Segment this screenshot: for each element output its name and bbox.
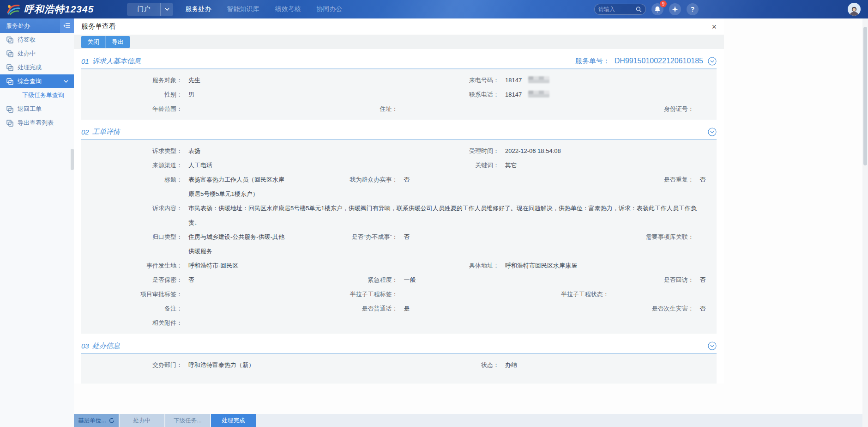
field-label: 是否保密：: [82, 273, 188, 287]
field-label: 住址：: [297, 102, 404, 116]
user-avatar[interactable]: [848, 3, 861, 16]
search-icon[interactable]: [636, 6, 642, 12]
avatar-person-icon: [849, 6, 860, 16]
search-input[interactable]: [598, 6, 636, 12]
nav-item-service[interactable]: 服务处办: [185, 5, 211, 13]
field-unfinished-project-status: 半拉子工程状态：: [509, 287, 716, 301]
field-row: 项目审批标签： 半拉子工程标签： 半拉子工程状态：: [81, 287, 717, 301]
task-icon: [6, 37, 13, 43]
field-row: 归口类型： 住房与城乡建设-公共服务-供暖-其他供暖服务 是否“办不成事”： 否…: [81, 230, 717, 258]
field-row: 性别： 男 联系电话： 18147: [81, 87, 717, 102]
chevron-down-icon[interactable]: [160, 3, 173, 16]
field-label: 身份证号：: [509, 102, 700, 116]
field-row: 诉求内容： 市民表扬：供暖地址：回民区水岸康居5号楼5单元1楼东户，供暖阀门有异…: [81, 201, 717, 230]
sidebar-title: 服务处办: [0, 22, 60, 30]
field-caller-number: 来电号码： 18147: [399, 73, 716, 87]
section-number: 02: [81, 128, 89, 136]
sidebar-item-label: 下级任务单查询: [22, 91, 64, 99]
field-block: 交办部门： 呼和浩特富泰热力（新） 状态： 办结: [81, 354, 717, 384]
close-icon[interactable]: ×: [711, 23, 717, 31]
task-icon: [6, 64, 13, 71]
sidebar-item-label: 处办中: [18, 49, 36, 58]
field-row: 是否保密： 否 紧急程度： 一般 是否回访： 否: [81, 273, 717, 287]
sidebar-item-completed[interactable]: 处理完成: [0, 61, 74, 74]
sidebar-item-label: 待签收: [18, 36, 36, 44]
tab-sub-task[interactable]: 下级任务...: [165, 414, 210, 427]
field-value: 市民表扬：供暖地址：回民区水岸康居5号楼5单元1楼东户，供暖阀门有异响，联系供暖…: [188, 201, 716, 230]
field-label: 标题：: [82, 172, 188, 187]
field-label: 诉求类型：: [82, 144, 188, 158]
field-row: 标题： 表扬富泰热力工作人员（回民区水岸康居5号楼5单元1楼东户） 我为群众办实…: [81, 172, 717, 201]
sidebar-item-label: 处理完成: [18, 63, 42, 72]
field-contact-phone: 联系电话： 18147: [399, 87, 716, 102]
sidebar-item-export-list[interactable]: 导出查看列表: [0, 116, 74, 130]
field-label: 是否“办不成事”：: [297, 230, 404, 244]
field-confidential: 是否保密： 否: [82, 273, 297, 287]
field-label: 是否普通话：: [297, 301, 404, 316]
field-label: 归口类型：: [82, 230, 188, 244]
section-collapse-icon[interactable]: [708, 342, 717, 350]
export-button[interactable]: 导出: [105, 36, 130, 48]
search-box[interactable]: [594, 4, 646, 15]
field-row: 来源渠道： 人工电话 关键词： 其它: [81, 158, 717, 172]
field-title: 标题： 表扬富泰热力工作人员（回民区水岸康居5号楼5单元1楼东户）: [82, 172, 297, 201]
section-collapse-icon[interactable]: [708, 128, 717, 136]
tab-in-progress[interactable]: 处办中: [120, 414, 164, 427]
form-content: 01 诉求人基本信息 服务单号： DH9915010022120610185: [74, 49, 724, 384]
sidebar-item-pending-sign[interactable]: 待签收: [0, 33, 74, 47]
field-category: 归口类型： 住房与城乡建设-公共服务-供暖-其他供暖服务: [82, 230, 297, 258]
refresh-icon[interactable]: [109, 418, 115, 423]
nav-item-knowledge[interactable]: 智能知识库: [227, 5, 259, 13]
vertical-scrollbar[interactable]: [862, 18, 868, 427]
sidebar-header: 服务处办: [0, 18, 74, 33]
sidebar-item-returned-orders[interactable]: 退回工单: [0, 102, 74, 116]
collapse-sidebar-icon[interactable]: [60, 18, 74, 33]
sidebar-item-label: 导出查看列表: [18, 119, 54, 127]
field-value: 否: [404, 172, 508, 187]
logo-text: 呼和浩特12345: [24, 3, 94, 16]
field-attachments: 相关附件：: [82, 316, 716, 330]
sidebar-item-in-progress[interactable]: 处办中: [0, 47, 74, 61]
app-logo: 呼和浩特12345: [0, 3, 94, 16]
scrollbar-thumb[interactable]: [863, 27, 867, 165]
field-block: 诉求类型： 表扬 受理时间： 2022-12-06 18:54:08 来源渠道：: [81, 140, 717, 334]
field-label: 具体地址：: [399, 258, 505, 273]
compass-button[interactable]: [669, 3, 681, 15]
field-label: 来源渠道：: [82, 158, 188, 172]
field-label: 性别：: [82, 87, 188, 102]
field-label: 是否回访：: [509, 273, 700, 287]
field-value: 18147: [505, 87, 716, 102]
nav-item-performance[interactable]: 绩效考核: [275, 5, 301, 13]
field-urgency: 紧急程度： 一般: [297, 273, 508, 287]
sidebar-item-sub-task-query[interactable]: 下级任务单查询: [0, 88, 74, 102]
tab-completed[interactable]: 处理完成: [211, 414, 256, 427]
sidebar-item-comprehensive-query[interactable]: 综合查询: [0, 74, 74, 88]
portal-button[interactable]: 门户: [127, 3, 173, 16]
close-button[interactable]: 关闭: [81, 36, 105, 48]
section-header: 02 工单详情: [81, 120, 717, 139]
section-collapse-icon[interactable]: [708, 57, 717, 66]
field-row: 服务对象： 先生 来电号码： 18147: [81, 73, 717, 87]
help-button[interactable]: ?: [687, 3, 699, 15]
field-remark: 备注：: [82, 301, 297, 316]
section-header: 03 处办信息: [81, 334, 717, 353]
field-label: 半拉子工程标签：: [297, 287, 404, 301]
field-for-masses: 我为群众办实事： 否: [297, 172, 508, 201]
topbar: 呼和浩特12345 门户 服务处办 智能知识库 绩效考核 协同办公 9: [0, 0, 868, 18]
topbar-divider: [841, 5, 841, 14]
task-icon: [6, 106, 13, 113]
notification-badge: 9: [660, 0, 667, 7]
top-nav: 门户 服务处办 智能知识库 绩效考核 协同办公: [127, 3, 358, 16]
tab-grassroots-unit[interactable]: 基层单位...: [74, 414, 119, 427]
field-specific-address: 具体地址： 呼和浩特市回民区水岸康居: [399, 258, 716, 273]
field-label: 是否重复：: [509, 172, 700, 187]
field-label: 服务对象：: [82, 73, 188, 87]
field-label: 年龄范围：: [82, 102, 188, 116]
field-value: 男: [188, 87, 399, 102]
notification-bell-button[interactable]: 9: [651, 3, 663, 15]
bell-icon: [654, 6, 661, 13]
field-value: 呼和浩特市-回民区: [188, 258, 399, 273]
nav-item-collaboration[interactable]: 协同办公: [316, 5, 342, 13]
sidebar-scrollbar-thumb[interactable]: [71, 149, 74, 170]
topbar-right: 9 ?: [594, 3, 868, 16]
